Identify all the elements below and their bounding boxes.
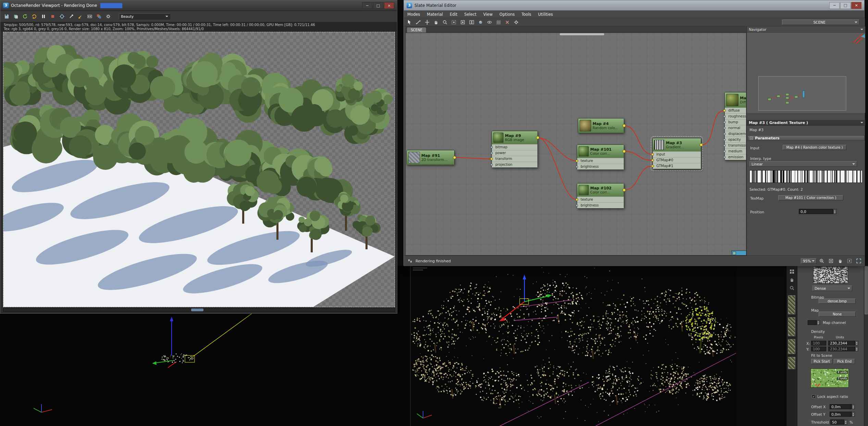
navigator-header[interactable]: Navigator — [747, 26, 865, 33]
zoom-region-icon[interactable] — [845, 257, 854, 265]
node-slot[interactable]: medium — [725, 148, 746, 154]
navigator-map[interactable] — [747, 33, 865, 113]
panel-scrollbar[interactable] — [864, 266, 868, 426]
node-slot[interactable]: roughness — [725, 113, 746, 119]
node-map101[interactable]: Map #101 Color corr... texture brightnes… — [577, 145, 624, 170]
panel-scrollbar-thumb[interactable] — [865, 266, 868, 314]
zoom-icon[interactable] — [441, 18, 449, 26]
node-slot[interactable]: texture — [577, 197, 624, 202]
node-map3[interactable]: Map #3 Gradient... input GTMap#0 GTMap#1 — [653, 138, 701, 169]
white-balance-picker-icon[interactable] — [67, 13, 75, 20]
menu-tools[interactable]: Tools — [518, 11, 534, 18]
node-slot[interactable]: bump — [725, 119, 746, 125]
map-channel-field[interactable] — [808, 320, 817, 325]
node-slot[interactable]: emission — [725, 154, 746, 160]
restart-render-icon[interactable] — [30, 13, 38, 20]
node-material[interactable]: Material Diffuse diffuse roughness bump … — [724, 92, 746, 160]
interp-type-dropdown[interactable]: Linear — [749, 161, 857, 167]
draw-connection-icon[interactable] — [414, 18, 422, 26]
lock-aspect-checkbox[interactable]: ✓ — [812, 394, 816, 398]
pick-end-button[interactable]: Pick End — [834, 359, 855, 364]
y-units-field[interactable]: 230,2344 — [828, 347, 855, 351]
y-pixels-field[interactable]: 100 — [811, 347, 826, 351]
node-header[interactable]: Map #4 Random colo... — [578, 118, 624, 133]
node-header[interactable]: Material Diffuse — [725, 92, 746, 108]
node-slot[interactable]: GTMap#1 — [653, 163, 701, 169]
zoom-region-icon[interactable] — [450, 18, 458, 26]
recompile-icon[interactable] — [21, 13, 29, 20]
pan-hand-icon[interactable] — [836, 257, 844, 265]
position-spinner[interactable]: ▲▼ — [833, 209, 836, 214]
focus-picker-icon[interactable] — [58, 13, 66, 20]
density-bitmap-thumbnail[interactable] — [813, 266, 848, 284]
hide-unused-slots-icon[interactable] — [485, 18, 494, 26]
zoom-extents-icon[interactable] — [827, 257, 835, 265]
menu-modes[interactable]: Modes — [404, 11, 423, 18]
maximize-button[interactable]: □ — [840, 2, 851, 9]
node-slot[interactable]: bitmap — [492, 144, 537, 150]
node-slot[interactable]: transform — [492, 156, 537, 162]
node-header[interactable]: Map #101 Color corr... — [577, 145, 624, 158]
parameter-panel-header[interactable]: Map #3 ( Gradient Texture ) — [747, 120, 865, 126]
render-viewport[interactable] — [3, 32, 395, 307]
node-map9[interactable]: Map #9 RGB image bitmap power transform … — [492, 131, 538, 168]
canvas-top-scrollbar-thumb[interactable] — [560, 33, 604, 35]
layout-panels-icon[interactable] — [468, 18, 476, 26]
menu-utilities[interactable]: Utilities — [535, 11, 556, 18]
menu-view[interactable]: View — [480, 11, 496, 18]
gradient-editor-strip[interactable] — [749, 170, 863, 183]
texmap-button[interactable]: Map #101 ( Color correction ) — [778, 195, 843, 200]
zoom-level-dropdown[interactable]: 95% — [801, 258, 817, 264]
close-button[interactable]: × — [384, 2, 394, 9]
menu-edit[interactable]: Edit — [446, 11, 461, 18]
forest-tool-thumbnail[interactable] — [788, 339, 795, 354]
position-field[interactable]: 0,0 — [799, 209, 833, 214]
node-header[interactable]: Map #9 RGB image — [492, 131, 537, 144]
x-pixels-field[interactable]: 100 — [811, 341, 826, 346]
forest-tool-thumbnail[interactable] — [788, 357, 795, 369]
render-passes-icon[interactable] — [86, 13, 94, 20]
node-map102[interactable]: Map #102 Color corr... texture brightnes… — [577, 183, 624, 209]
offset-y-spinner[interactable]: ▲▼ — [852, 412, 855, 417]
menu-options[interactable]: Options — [496, 11, 518, 18]
node-view-canvas[interactable]: Map #91 2D transform... Map #9 RGB image… — [405, 33, 746, 255]
stop-render-icon[interactable] — [49, 13, 57, 20]
node-slot[interactable]: displacement — [725, 131, 746, 137]
offset-y-field[interactable]: 0,0m — [830, 412, 852, 417]
node-slot[interactable]: brightness — [577, 202, 624, 208]
node-slot[interactable]: opacity — [725, 137, 746, 142]
pan-hand-icon[interactable] — [788, 276, 796, 284]
scene-selector-dropdown[interactable]: SCENE — [782, 20, 859, 25]
grid-layout-icon[interactable] — [788, 268, 796, 275]
bitmap-file-button[interactable]: dense.bmp — [819, 299, 856, 304]
editor-options-gear-icon[interactable] — [512, 18, 520, 26]
move-icon[interactable] — [423, 18, 431, 26]
render-layers-icon[interactable] — [95, 13, 103, 20]
zoom-icon[interactable] — [788, 284, 796, 292]
input-map-button[interactable]: Map #4 ( Random color texture ) — [783, 145, 846, 150]
node-slot[interactable]: diffuse — [725, 108, 746, 113]
map-channel-spinner[interactable]: ▲▼ — [817, 320, 820, 325]
node-slot[interactable]: brightness — [577, 164, 624, 170]
node-header[interactable]: Map #3 Gradient... — [653, 138, 701, 151]
node-header[interactable]: Map #91 2D transform... — [407, 150, 454, 165]
zoom-in-icon[interactable] — [818, 257, 826, 265]
x-units-field[interactable]: 230,2344 — [828, 341, 855, 346]
forest-tool-thumbnail[interactable] — [788, 295, 795, 314]
node-slot[interactable]: power — [492, 150, 537, 156]
pan-lock-icon[interactable] — [406, 257, 414, 265]
pick-start-button[interactable]: Pick Start — [811, 359, 832, 364]
offset-x-spinner[interactable]: ▲▼ — [852, 404, 855, 409]
viewport-pointcloud-perspective[interactable] — [410, 266, 736, 426]
show-shaded-icon[interactable] — [476, 18, 485, 26]
menu-select[interactable]: Select — [461, 11, 480, 18]
copy-image-icon[interactable] — [12, 13, 20, 20]
render-horizontal-scrollbar[interactable] — [3, 308, 395, 312]
map-button[interactable]: None — [819, 312, 856, 317]
render-pass-dropdown[interactable]: Beauty — [119, 13, 170, 20]
y-units-spinner[interactable]: ▲▼ — [855, 347, 858, 351]
settings-gear-icon[interactable] — [104, 13, 112, 20]
node-map91[interactable]: Map #91 2D transform... — [407, 150, 455, 165]
parameters-rollout[interactable]: − Parameters — [747, 135, 865, 141]
slate-titlebar[interactable]: 3 Slate Material Editor − □ × — [404, 0, 864, 11]
